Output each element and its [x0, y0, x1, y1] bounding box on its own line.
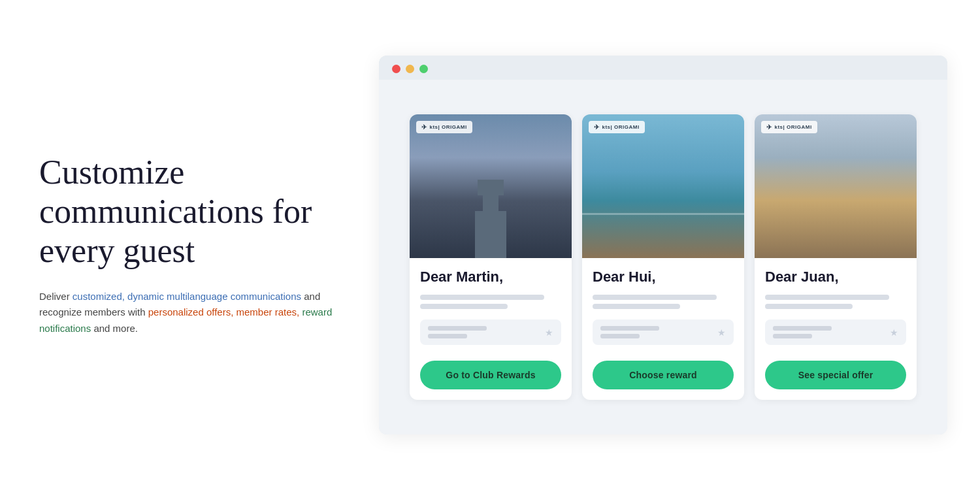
mountain-image	[755, 114, 917, 258]
right-section: ✈ kts| ORIGAMI Dear Martin,	[379, 56, 947, 434]
footer-lines-martin	[428, 326, 487, 338]
card-greeting-juan: Dear Juan,	[765, 269, 906, 286]
card-line-2	[420, 304, 508, 309]
card-logo-hui: ✈ kts| ORIGAMI	[589, 121, 645, 133]
card-lines-juan	[765, 295, 906, 309]
logo-text-martin: kts| ORIGAMI	[430, 124, 467, 130]
browser-dot-red	[392, 65, 400, 73]
desc-highlight-orange: personalized offers, member rates,	[148, 306, 300, 318]
desc-highlight-blue: customized, dynamic multilanguage commun…	[73, 291, 301, 302]
main-heading: Customize communications for every guest	[39, 153, 340, 270]
card-body-martin: Dear Martin, ★	[410, 258, 572, 353]
page-container: Customize communications for every guest…	[0, 0, 980, 490]
card-line-6	[765, 304, 853, 309]
footer-line-short	[428, 334, 467, 338]
card-lines-hui	[593, 295, 734, 309]
email-card-juan: ✈ kts| ORIGAMI Dear Juan,	[755, 114, 917, 400]
club-rewards-button[interactable]: Go to Club Rewards	[420, 361, 561, 389]
choose-reward-button[interactable]: Choose reward	[593, 361, 734, 389]
card-cta-area-martin: Go to Club Rewards	[410, 353, 572, 400]
browser-content: ✈ kts| ORIGAMI Dear Martin,	[379, 80, 947, 434]
browser-mockup: ✈ kts| ORIGAMI Dear Martin,	[379, 56, 947, 434]
browser-toolbar	[379, 56, 947, 80]
footer-line-long	[428, 326, 487, 331]
special-offer-button[interactable]: See special offer	[765, 361, 906, 389]
card-image-hui: ✈ kts| ORIGAMI	[582, 114, 744, 258]
card-greeting-hui: Dear Hui,	[593, 269, 734, 286]
footer-line-short-3	[773, 334, 812, 338]
footer-line-long-2	[600, 326, 659, 331]
card-logo-martin: ✈ kts| ORIGAMI	[416, 121, 472, 133]
logo-bird-icon: ✈	[421, 123, 427, 131]
card-cta-area-hui: Choose reward	[582, 353, 744, 400]
email-card-hui: ✈ kts| ORIGAMI Dear Hui,	[582, 114, 744, 400]
card-line-3	[593, 295, 717, 300]
footer-lines-juan	[773, 326, 832, 338]
card-body-juan: Dear Juan, ★	[755, 258, 917, 353]
card-logo-juan: ✈ kts| ORIGAMI	[761, 121, 817, 133]
browser-dot-yellow	[406, 65, 414, 73]
footer-star-icon: ★	[545, 327, 553, 338]
logo-bird-icon-2: ✈	[594, 123, 600, 131]
footer-line-short-2	[600, 334, 640, 338]
logo-text-juan: kts| ORIGAMI	[775, 124, 812, 130]
paris-image	[410, 114, 572, 258]
email-card-martin: ✈ kts| ORIGAMI Dear Martin,	[410, 114, 572, 400]
scenic-image	[582, 114, 744, 258]
browser-dot-green	[419, 65, 428, 73]
description-text: Deliver customized, dynamic multilanguag…	[39, 289, 340, 337]
card-footer-juan: ★	[765, 319, 906, 345]
card-image-juan: ✈ kts| ORIGAMI	[755, 114, 917, 258]
card-footer-hui: ★	[593, 319, 734, 345]
card-line-4	[593, 304, 680, 309]
card-line-1	[420, 295, 544, 300]
card-cta-area-juan: See special offer	[755, 353, 917, 400]
footer-lines-hui	[600, 326, 659, 338]
card-footer-martin: ★	[420, 319, 561, 345]
footer-line-long-3	[773, 326, 832, 331]
footer-star-icon-2: ★	[717, 327, 726, 338]
card-line-5	[765, 295, 889, 300]
card-greeting-martin: Dear Martin,	[420, 269, 561, 286]
logo-bird-icon-3: ✈	[766, 123, 772, 131]
card-lines-martin	[420, 295, 561, 309]
card-image-martin: ✈ kts| ORIGAMI	[410, 114, 572, 258]
footer-star-icon-3: ★	[890, 327, 898, 338]
card-body-hui: Dear Hui, ★	[582, 258, 744, 353]
logo-text-hui: kts| ORIGAMI	[602, 124, 640, 130]
left-section: Customize communications for every guest…	[39, 153, 379, 337]
